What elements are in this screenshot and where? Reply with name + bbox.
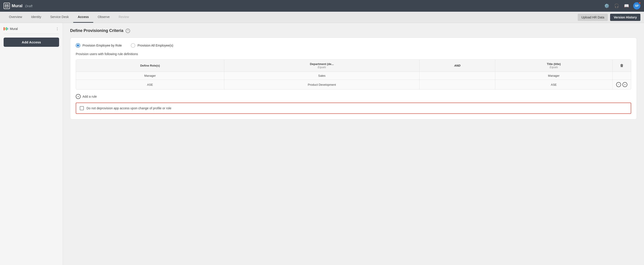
book-icon[interactable]: 📖 — [623, 3, 630, 9]
draft-badge: Draft — [25, 4, 32, 8]
sidebar-app-name: Mural — [10, 27, 18, 31]
tab-service-desk[interactable]: Service Desk — [46, 12, 73, 23]
top-bar: Mural Draft ⚙️ 🎧 📖 SP — [0, 0, 644, 12]
add-rule-icon: + — [76, 94, 81, 99]
table-row: Manager Sales Manager — [76, 72, 631, 80]
help-icon[interactable]: ? — [126, 29, 130, 33]
cell-and-1 — [420, 72, 495, 80]
main-layout: Mural ⋮ Add Access Define Provisioning C… — [0, 23, 644, 265]
remove-row-button[interactable]: − — [616, 82, 621, 87]
radio-all-employees[interactable]: Provision All Employee(s) — [131, 43, 173, 48]
radio-by-role-circle — [76, 43, 80, 48]
deprovision-label: Do not deprovision app access upon chang… — [86, 106, 171, 110]
sidebar-menu-icon[interactable]: ⋮ — [56, 27, 59, 31]
headset-icon[interactable]: 🎧 — [614, 3, 620, 9]
svg-rect-0 — [5, 4, 8, 8]
sec-nav-right: Upload HR Data Version History — [578, 14, 644, 21]
col-header-and: AND — [420, 60, 495, 72]
radio-row: Provision Employee by Role Provision All… — [76, 43, 631, 48]
add-rule-label: Add a rule — [82, 95, 97, 98]
deprovision-checkbox[interactable] — [80, 106, 84, 110]
col-header-title: Title (title) Equals — [495, 60, 612, 72]
col-header-department: Department (de... Equals — [224, 60, 420, 72]
cell-role-2: ASE — [76, 80, 224, 90]
logo-icon — [4, 3, 10, 9]
col-header-roles: Define Role(s) — [76, 60, 224, 72]
mural-icon — [4, 27, 8, 31]
cell-dept-1: Sales — [224, 72, 420, 80]
cell-actions-2: − + — [612, 80, 631, 90]
top-bar-right: ⚙️ 🎧 📖 SP — [604, 2, 640, 10]
sidebar-header: Mural ⋮ — [4, 27, 59, 34]
nav-tabs: Overview Identity Service Desk Access Ob… — [4, 12, 134, 23]
top-bar-left: Mural Draft — [4, 3, 32, 9]
tab-identity[interactable]: Identity — [26, 12, 46, 23]
settings-icon[interactable]: ⚙️ — [604, 3, 610, 9]
version-history-button[interactable]: Version History — [610, 14, 640, 21]
secondary-nav: Overview Identity Service Desk Access Ob… — [0, 12, 644, 23]
cell-title-1: Manager — [495, 72, 612, 80]
cell-title-2: ASE — [495, 80, 612, 90]
sidebar-title: Mural — [4, 27, 18, 31]
deprovision-checkbox-row[interactable]: Do not deprovision app access upon chang… — [76, 103, 631, 114]
radio-by-role[interactable]: Provision Employee by Role — [76, 43, 122, 48]
page-title-row: Define Provisioning Criteria ? — [70, 28, 637, 33]
col-header-delete: 🗑 — [612, 60, 631, 72]
tab-overview[interactable]: Overview — [4, 12, 26, 23]
page-title: Define Provisioning Criteria — [70, 28, 123, 33]
cell-and-2 — [420, 80, 495, 90]
tab-observe[interactable]: Observe — [93, 12, 114, 23]
add-access-button[interactable]: Add Access — [4, 38, 59, 47]
tab-review[interactable]: Review — [114, 12, 134, 23]
criteria-box: Provision Employee by Role Provision All… — [70, 38, 637, 119]
table-row: ASE Product Development ASE − + — [76, 80, 631, 90]
tab-access[interactable]: Access — [73, 12, 93, 23]
radio-all-circle — [131, 43, 135, 48]
avatar[interactable]: SP — [633, 2, 640, 10]
sidebar: Mural ⋮ Add Access — [0, 23, 63, 265]
row-actions: − + — [616, 82, 627, 87]
add-row-button[interactable]: + — [622, 82, 627, 87]
notification-badge — [638, 2, 641, 4]
col-department-sub: Equals — [228, 66, 416, 69]
main-content: Define Provisioning Criteria ? Provision… — [63, 23, 644, 265]
sub-text: Provision users with following rule defi… — [76, 52, 631, 56]
add-rule-row[interactable]: + Add a rule — [76, 94, 631, 99]
cell-role-1: Manager — [76, 72, 224, 80]
delete-header-icon[interactable]: 🗑 — [620, 64, 624, 68]
rules-table: Define Role(s) Department (de... Equals … — [76, 60, 631, 89]
cell-actions-1 — [612, 72, 631, 80]
app-name: Mural — [12, 4, 22, 8]
rules-table-wrapper: Define Role(s) Department (de... Equals … — [76, 59, 631, 90]
radio-all-label: Provision All Employee(s) — [138, 44, 173, 47]
upload-hr-data-button[interactable]: Upload HR Data — [578, 14, 608, 21]
radio-by-role-label: Provision Employee by Role — [82, 44, 122, 47]
col-title-sub: Equals — [499, 66, 609, 69]
cell-dept-2: Product Development — [224, 80, 420, 90]
app-logo: Mural — [4, 3, 22, 9]
